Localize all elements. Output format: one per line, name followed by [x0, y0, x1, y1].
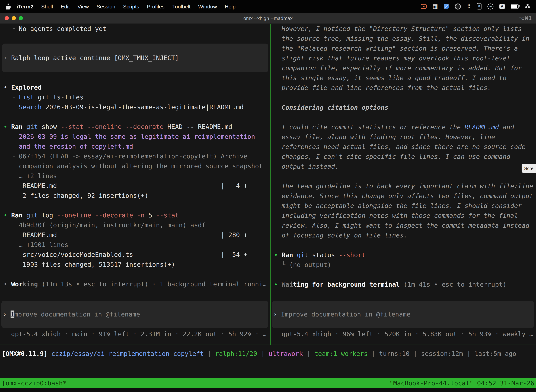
terminal-window: Scre └ No agents completed yet › Ralph l… [0, 24, 536, 392]
terminal-line: might be acceptable alongside the file l… [274, 201, 536, 211]
minimize-button[interactable] [12, 16, 16, 20]
app-grid-dots-icon[interactable]: ⠿ [467, 4, 471, 9]
terminal-line: references need actual files, and since … [274, 142, 536, 152]
blue-app-icon[interactable] [444, 4, 449, 9]
menu-item-help[interactable]: Help [221, 3, 239, 9]
horizontal-pane-divider [0, 345, 536, 345]
phone-icon[interactable]: 8 [477, 3, 482, 9]
terminal-line [4, 201, 270, 210]
menu-item-view[interactable]: View [74, 3, 93, 9]
omx-status-bar: [OMX#0.11.9] cczip/essay/ai-reimplementa… [0, 349, 536, 359]
terminal-line: … +2 lines [4, 171, 270, 181]
battery-icon[interactable] [511, 4, 519, 9]
menu-item-iterm2[interactable]: iTerm2 [13, 3, 37, 9]
menu-item-session[interactable]: Session [93, 3, 119, 9]
terminal-line [274, 171, 536, 181]
terminal-line: essay file, along with finding root file… [274, 132, 536, 142]
left-pane-spacer [4, 289, 270, 301]
terminal-line: review. Also, I might want to inspect th… [274, 221, 536, 230]
menu-items: iTerm2ShellEditViewSessionScriptsProfile… [13, 3, 239, 9]
right-status-row: gpt-5.4 xhigh · 96% left · 520K in · 5.8… [274, 329, 536, 339]
window-title-bar[interactable]: omx --xhigh --madmax ⌥⌘1 [0, 13, 536, 24]
terminal-line [274, 112, 536, 122]
working-status-line: • Working (11m 13s • esc to interrupt) ·… [4, 279, 270, 289]
right-transcript: However, I noticed the "Directory Struct… [274, 24, 536, 289]
terminal-line: evidence. Since this change only affects… [274, 191, 536, 201]
terminal-line: of focusing solely on file lines. [274, 230, 536, 240]
terminal-line: • Ran git log --oneline --decorate -n 5 … [4, 210, 270, 220]
terminal-line: • Ran git status --short [274, 250, 536, 260]
prompt-line: › Improve documentation in @filename [3, 309, 267, 319]
terminal-line: … +1901 lines [4, 240, 270, 250]
macos-menu-bar: iTerm2ShellEditViewSessionScriptsProfile… [0, 0, 536, 13]
window-shortcut-badge: ⌥⌘1 [519, 15, 532, 21]
menu-item-scripts[interactable]: Scripts [119, 3, 143, 9]
tmux-status-bar: [omx-cczip0:bash* "MacBook-Pro-44.local"… [0, 378, 536, 388]
prompt-input-right-lines: › Improve documentation in @filename [273, 309, 532, 319]
terminal-line: src/voice/voiceModeEnabled.ts | 54 + [4, 250, 270, 260]
model-status-line: gpt-5.4 xhigh · main · 91% left · 2.31M … [4, 329, 270, 339]
terminal-line: output instead. [274, 162, 536, 171]
prompt-input-right[interactable]: › Improve documentation in @filename [272, 301, 534, 328]
terminal-line: • Explored [4, 83, 270, 92]
close-button[interactable] [5, 16, 9, 20]
right-terminal-pane[interactable]: However, I noticed the "Directory Struct… [271, 24, 536, 345]
fan-icon[interactable] [525, 4, 530, 9]
left-terminal-pane[interactable]: └ No agents completed yet › Ralph loop a… [0, 24, 270, 345]
recording-indicator-icon[interactable] [421, 4, 427, 9]
left-transcript: • Explored └ List git ls-files Search 20… [4, 83, 270, 289]
waiting-status-line: • Waiting for background terminal (1m 41… [274, 280, 536, 289]
terminal-line [274, 93, 536, 103]
terminal-line: The team guideline is to back every impo… [274, 181, 536, 191]
left-status-row: gpt-5.4 xhigh · main · 91% left · 2.31M … [4, 329, 270, 339]
terminal-line: companion file, especially if more comme… [274, 63, 536, 73]
terminal-line: └ 4b9d30f (origin/main, instructkr/main,… [4, 220, 270, 230]
ralph-loop-line: › Ralph loop active continue [OMX_TMUX_I… [4, 53, 267, 63]
ralph-loop-banner: › Ralph loop active continue [OMX_TMUX_I… [2, 44, 268, 72]
prompt-line: › Improve documentation in @filename [273, 309, 532, 319]
apple-menu-icon[interactable] [6, 3, 10, 9]
menu-item-shell[interactable]: Shell [37, 3, 57, 9]
ralph-loop-banner-lines: › Ralph loop active continue [OMX_TMUX_I… [4, 53, 267, 63]
window-title: omx --xhigh --madmax [243, 15, 293, 21]
screen: iTerm2ShellEditViewSessionScriptsProfile… [0, 0, 536, 392]
terminal-line: provide file and line references from th… [274, 83, 536, 93]
prompt-input-left[interactable]: › Improve documentation in @filename [1, 301, 268, 328]
terminal-line: and-the-erosion-of-copyleft.md [4, 142, 270, 151]
terminal-line [4, 269, 270, 279]
terminal-line: companion analysis without altering the … [4, 161, 270, 171]
terminal-line: README.md | 4 + [4, 181, 270, 191]
zoom-button[interactable] [19, 16, 23, 20]
screen-share-button[interactable]: Scre [522, 164, 536, 173]
terminal-line: slight risk that future readers may over… [274, 53, 536, 63]
tmux-panes: └ No agents completed yet › Ralph loop a… [0, 24, 536, 345]
grid-icon[interactable]: ▦ [433, 4, 438, 9]
agent-summary: └ No agents completed yet [4, 24, 270, 34]
terminal-line: └ List git ls-files [4, 92, 270, 102]
terminal-line: this single essay, it seems like a good … [274, 73, 536, 83]
reasoning-heading: Considering citation options [274, 103, 536, 112]
terminal-line: However, I noticed the "Directory Struct… [274, 24, 536, 34]
dark-circle-icon[interactable] [455, 3, 461, 9]
terminal-line: including verification notes with those … [274, 211, 536, 221]
terminal-footer-strip [0, 388, 536, 392]
terminal-line: 1903 files changed, 513517 insertions(+) [4, 260, 270, 269]
terminal-line: I could cite commit statistics or refere… [274, 122, 536, 132]
terminal-line: • Ran git show --stat --oneline --decora… [4, 122, 270, 132]
model-status-line: gpt-5.4 xhigh · 96% left · 520K in · 5.8… [274, 329, 536, 339]
terminal-line [274, 270, 536, 280]
input-source-icon[interactable]: A [499, 4, 505, 9]
traffic-lights [5, 16, 23, 20]
tmux-host-clock-label: "MacBook-Pro-44.local" 04:52 31-Mar-26 [389, 378, 534, 388]
menu-item-profiles[interactable]: Profiles [143, 3, 168, 9]
terminal-line: the "Related research writing" section i… [274, 44, 536, 53]
tmux-session-label: [omx-cczip0:bash* [2, 378, 67, 388]
right-pane-spacer [274, 289, 536, 301]
menu-item-edit[interactable]: Edit [57, 3, 74, 9]
terminal-line: README.md | 280 + [4, 230, 270, 240]
menu-item-window[interactable]: Window [194, 3, 221, 9]
omx-status-line: [OMX#0.11.9] cczip/essay/ai-reimplementa… [2, 349, 536, 359]
terminal-line: 2 files changed, 92 insertions(+) [4, 191, 270, 201]
menu-item-toolbelt[interactable]: Toolbelt [168, 3, 194, 9]
gauge-icon[interactable]: .61 [488, 3, 493, 9]
